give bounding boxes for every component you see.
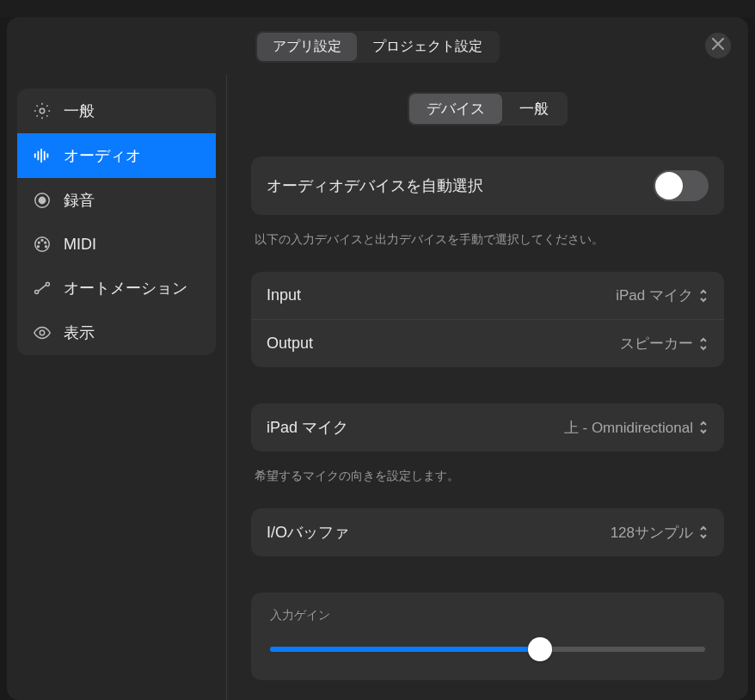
- mic-orientation-card: iPad マイク 上 - Omnidirectional: [251, 403, 724, 451]
- sidebar-item-label: 一般: [64, 101, 95, 121]
- svg-point-7: [39, 197, 45, 203]
- svg-point-12: [38, 246, 40, 248]
- sidebar-item-label: MIDI: [64, 236, 96, 254]
- sidebar-item-label: 表示: [64, 322, 95, 343]
- svg-point-17: [40, 330, 45, 335]
- updown-icon: [698, 288, 709, 304]
- input-row[interactable]: Input iPad マイク: [251, 272, 724, 320]
- updown-icon: [698, 420, 709, 435]
- eye-icon: [33, 323, 52, 342]
- sidebar-item-general[interactable]: 一般: [17, 89, 216, 133]
- svg-point-13: [46, 246, 47, 248]
- svg-point-11: [41, 240, 43, 242]
- input-value: iPad マイク: [616, 286, 693, 305]
- sidebar-item-automation[interactable]: オートメーション: [17, 266, 216, 310]
- close-button[interactable]: [705, 33, 731, 58]
- settings-sidebar: 一般 オーディオ 録音: [7, 75, 227, 700]
- updown-icon: [698, 525, 709, 540]
- svg-point-10: [45, 242, 46, 243]
- updown-icon: [698, 336, 709, 352]
- automation-icon: [33, 279, 52, 298]
- input-gain-label: 入力ゲイン: [270, 608, 705, 623]
- waveform-icon: [33, 146, 52, 165]
- top-tab-bar: アプリ設定 プロジェクト設定: [7, 17, 748, 75]
- svg-point-9: [38, 242, 40, 243]
- sidebar-item-label: オーディオ: [64, 145, 141, 166]
- close-icon: [712, 38, 724, 53]
- subtab-device[interactable]: デバイス: [409, 94, 502, 124]
- sidebar-item-label: 録音: [64, 190, 95, 211]
- settings-modal: アプリ設定 プロジェクト設定 一般: [7, 17, 748, 700]
- tab-app-settings[interactable]: アプリ設定: [257, 33, 357, 61]
- svg-line-16: [38, 285, 46, 291]
- auto-select-label: オーディオデバイスを自動選択: [267, 175, 483, 196]
- svg-point-14: [35, 291, 39, 294]
- record-icon: [33, 191, 52, 210]
- auto-select-toggle[interactable]: [654, 170, 709, 201]
- io-device-card: Input iPad マイク Output スピーカー: [251, 272, 724, 367]
- input-gain-card: 入力ゲイン: [251, 593, 724, 680]
- sidebar-item-midi[interactable]: MIDI: [17, 223, 216, 266]
- mic-orientation-row[interactable]: iPad マイク 上 - Omnidirectional: [251, 403, 724, 451]
- midi-icon: [33, 235, 52, 254]
- io-buffer-row[interactable]: I/Oバッファ 128サンプル: [251, 508, 724, 556]
- mic-caption: 希望するマイクの向きを設定します。: [251, 462, 724, 508]
- gear-icon: [33, 101, 52, 120]
- sidebar-item-label: オートメーション: [64, 278, 187, 298]
- output-row[interactable]: Output スピーカー: [251, 320, 724, 367]
- auto-select-card: オーディオデバイスを自動選択: [251, 157, 724, 215]
- io-buffer-card: I/Oバッファ 128サンプル: [251, 508, 724, 556]
- sidebar-item-display[interactable]: 表示: [17, 310, 216, 355]
- mic-label: iPad マイク: [267, 417, 348, 438]
- auto-select-caption: 以下の入力デバイスと出力デバイスを手動で選択してください。: [251, 225, 724, 272]
- input-label: Input: [267, 286, 301, 304]
- settings-main: デバイス 一般 オーディオデバイスを自動選択 以下の入力デバイスと出力デバイスを…: [227, 75, 748, 700]
- mic-value: 上 - Omnidirectional: [564, 418, 693, 438]
- sub-tab-bar: デバイス 一般: [251, 92, 724, 126]
- tab-project-settings[interactable]: プロジェクト設定: [357, 33, 498, 61]
- io-buffer-label: I/Oバッファ: [267, 522, 349, 543]
- input-gain-slider[interactable]: [270, 637, 705, 661]
- output-value: スピーカー: [620, 334, 693, 353]
- io-buffer-value: 128サンプル: [611, 523, 693, 543]
- subtab-general[interactable]: 一般: [502, 94, 566, 124]
- sidebar-item-audio[interactable]: オーディオ: [17, 133, 216, 178]
- svg-point-0: [40, 108, 45, 114]
- sidebar-item-record[interactable]: 録音: [17, 178, 216, 223]
- output-label: Output: [267, 335, 313, 353]
- svg-point-15: [46, 282, 49, 286]
- slider-knob[interactable]: [528, 637, 552, 661]
